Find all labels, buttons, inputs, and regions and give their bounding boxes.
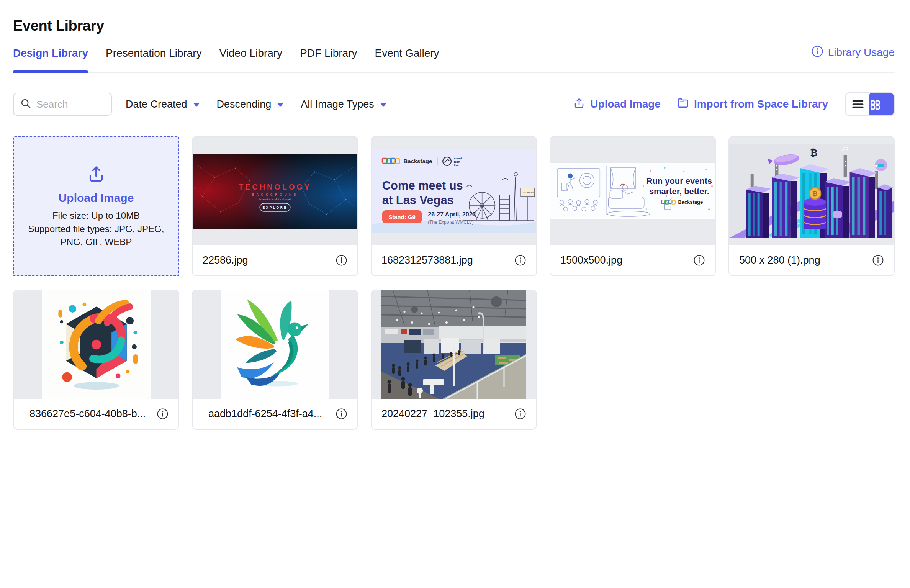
import-from-space-library-button[interactable]: Import from Space Library [677, 97, 828, 112]
card-footer: _aadb1ddf-6254-4f3f-a4... [193, 399, 357, 429]
tab-video-library[interactable]: Video Library [219, 38, 282, 72]
svg-text:TECHNOLOGY: TECHNOLOGY [239, 182, 311, 191]
svg-text:LAS VEGAS: LAS VEGAS [522, 191, 534, 193]
folder-import-icon [677, 97, 689, 112]
tab-design-library[interactable]: Design Library [13, 38, 88, 72]
expo-photo-art [381, 290, 526, 399]
upload-icon [86, 164, 106, 185]
image-card[interactable]: ₿ ₿ 500 x 280 (1).png [728, 136, 895, 276]
image-filename: 500 x 280 (1).png [739, 254, 867, 266]
search-icon [20, 98, 31, 111]
svg-text:Run your events: Run your events [646, 176, 712, 185]
image-type-dropdown[interactable]: All Image Types [301, 98, 387, 110]
info-button[interactable] [157, 408, 169, 420]
dropzone-file-types-note: Supported file types: JPG, JPEG, PNG, GI… [25, 223, 168, 248]
page-title: Event Library [13, 18, 895, 34]
event-library-page: Event Library Design Library Presentatio… [0, 0, 910, 588]
toolbar: Date Created Descending All Image Types … [13, 92, 895, 116]
card-footer: 22586.jpg [193, 245, 357, 275]
image-card[interactable]: Run your events smarter, better. Backsta… [550, 136, 716, 276]
tab-event-gallery[interactable]: Event Gallery [375, 38, 439, 72]
tab-presentation-library[interactable]: Presentation Library [106, 38, 202, 72]
chevron-down-icon [193, 103, 200, 107]
image-filename: 1682312573881.jpg [381, 254, 509, 266]
thumbnail-cube-logo [14, 290, 178, 399]
svg-text:Backstage: Backstage [404, 157, 432, 164]
svg-text:EXPLORE: EXPLORE [263, 206, 288, 210]
svg-text:₿: ₿ [810, 147, 817, 157]
page-header: Event Library [0, 0, 910, 34]
svg-text:smarter, better.: smarter, better. [649, 186, 709, 196]
upload-icon [573, 97, 585, 112]
info-icon [811, 45, 823, 60]
dropzone-file-size-note: File size: Up to 10MB [52, 209, 140, 222]
grid-icon [869, 99, 881, 111]
bird-logo-art [221, 290, 329, 399]
image-filename: _836627e5-c604-40b8-b... [24, 408, 151, 420]
sort-field-dropdown[interactable]: Date Created [126, 98, 200, 110]
svg-text:live: live [454, 163, 459, 167]
image-card[interactable]: _836627e5-c604-40b8-b... [13, 290, 179, 430]
svg-text:Backstage: Backstage [678, 199, 703, 205]
svg-text:Stand: G9: Stand: G9 [388, 213, 415, 220]
filters: Date Created Descending All Image Types [126, 98, 404, 110]
upload-dropzone[interactable]: Upload Image File size: Up to 10MB Suppo… [13, 136, 179, 276]
info-button[interactable] [336, 408, 347, 420]
library-usage-link[interactable]: Library Usage [811, 45, 895, 66]
library-usage-label: Library Usage [828, 46, 895, 59]
image-filename: 1500x500.jpg [560, 254, 688, 266]
cube-logo-art [42, 290, 151, 399]
info-button[interactable] [514, 408, 526, 420]
thumbnail-vegas-banner: Backstage event tech live Come meet us a… [372, 137, 536, 245]
chevron-down-icon [380, 103, 387, 107]
search-input[interactable] [36, 98, 105, 110]
card-footer: 20240227_102355.jpg [372, 399, 536, 429]
thumbnail-expo-photo [372, 290, 536, 399]
vegas-banner-art: Backstage event tech live Come meet us a… [372, 150, 536, 233]
list-view-button[interactable] [846, 93, 870, 115]
thumbnail-city-illustration: ₿ ₿ [729, 137, 894, 245]
svg-text:Come meet us: Come meet us [382, 179, 463, 192]
svg-text:event: event [454, 156, 462, 160]
thumbnail-smarter-banner: Run your events smarter, better. Backsta… [550, 137, 715, 245]
svg-text:BACKGROUND: BACKGROUND [252, 192, 298, 196]
svg-text:at Las Vegas: at Las Vegas [382, 193, 454, 206]
card-footer: 1682312573881.jpg [372, 245, 536, 275]
image-card[interactable]: TECHNOLOGY BACKGROUND Lorem ipsum dolor … [192, 136, 358, 276]
city-illustration-art: ₿ ₿ [729, 144, 894, 238]
info-button[interactable] [514, 254, 526, 266]
grid-view-button[interactable] [869, 92, 895, 116]
svg-text:Lorem ipsum dolor sit amet: Lorem ipsum dolor sit amet [259, 198, 291, 201]
chevron-down-icon [277, 103, 284, 107]
card-footer: _836627e5-c604-40b8-b... [14, 399, 178, 429]
image-filename: 22586.jpg [203, 254, 330, 266]
info-button[interactable] [693, 254, 705, 266]
image-card[interactable]: 20240227_102355.jpg [371, 290, 537, 430]
thumbnail-technology-banner: TECHNOLOGY BACKGROUND Lorem ipsum dolor … [193, 137, 357, 245]
dropzone-title: Upload Image [59, 192, 134, 205]
image-filename: _aadb1ddf-6254-4f3f-a4... [203, 408, 330, 420]
toolbar-actions: Upload Image Import from Space Library [557, 92, 895, 116]
upload-image-button[interactable]: Upload Image [573, 97, 661, 112]
svg-text:₿: ₿ [812, 190, 817, 197]
image-card[interactable]: Backstage event tech live Come meet us a… [371, 136, 537, 276]
search-box[interactable] [13, 93, 112, 116]
technology-banner-art: TECHNOLOGY BACKGROUND Lorem ipsum dolor … [193, 154, 357, 229]
tab-pdf-library[interactable]: PDF Library [300, 38, 357, 72]
image-filename: 20240227_102355.jpg [381, 408, 509, 420]
list-icon [851, 98, 864, 110]
svg-text:(The Expo at WMCLV): (The Expo at WMCLV) [428, 219, 473, 224]
info-button[interactable] [336, 254, 347, 266]
thumbnail-bird-logo [193, 290, 357, 399]
smarter-banner-art: Run your events smarter, better. Backsta… [550, 163, 715, 219]
card-footer: 500 x 280 (1).png [729, 245, 894, 275]
sort-order-dropdown[interactable]: Descending [217, 98, 284, 110]
card-footer: 1500x500.jpg [550, 245, 715, 275]
image-card[interactable]: _aadb1ddf-6254-4f3f-a4... [192, 290, 358, 430]
image-grid: Upload Image File size: Up to 10MB Suppo… [13, 136, 895, 430]
tab-bar: Design Library Presentation Library Vide… [13, 38, 895, 73]
info-button[interactable] [872, 254, 884, 266]
svg-text:tech: tech [454, 160, 460, 163]
svg-text:26-27 April, 2023: 26-27 April, 2023 [428, 211, 476, 217]
view-toggle [845, 92, 895, 116]
